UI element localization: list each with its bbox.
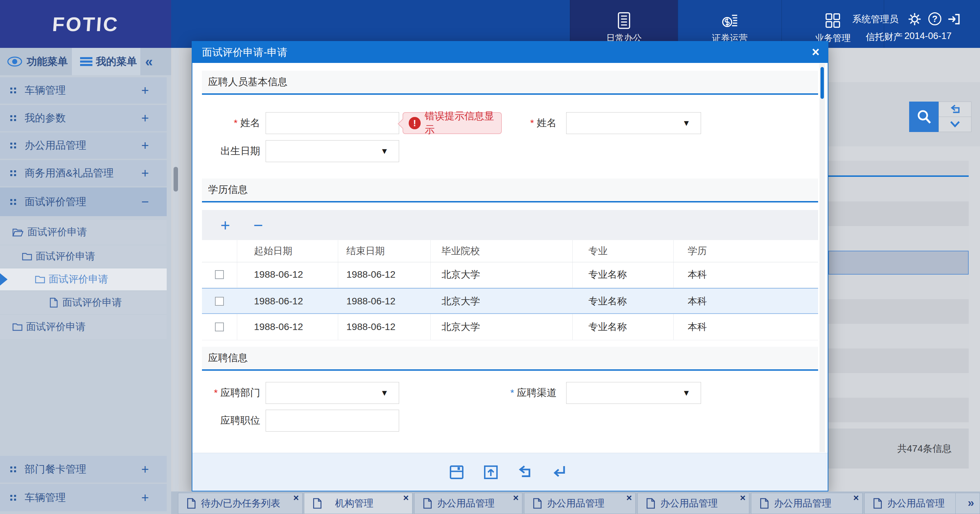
user-dept: 信托财产	[865, 31, 899, 43]
row-checkbox[interactable]	[215, 297, 224, 306]
tab-close-icon[interactable]: ×	[853, 492, 859, 503]
gear-icon	[908, 12, 921, 26]
tab-overflow-button[interactable]: »	[968, 496, 974, 509]
task-tab-todo-list[interactable]: 待办/已办任务列表 ×	[178, 493, 302, 514]
table-row-highlighted[interactable]: 1988-06-12 1988-06-12 北京大学 专业名称 本科	[202, 288, 818, 314]
education-table: 起始日期 结束日期 毕业院校 专业 学历 1988-06-12 1988-06-…	[202, 240, 818, 340]
sidebar-scrollbar-thumb[interactable]	[173, 167, 178, 192]
submit-button[interactable]	[483, 465, 498, 480]
field-label-apply-position: 应聘职位	[206, 410, 260, 432]
expand-plus-icon[interactable]: +	[142, 462, 149, 477]
table-row[interactable]: 1988-06-12 1988-06-12 北京大学 专业名称 本科	[202, 262, 818, 288]
undo-button[interactable]	[517, 465, 532, 480]
expand-plus-icon[interactable]: +	[142, 138, 149, 153]
birthdate-select[interactable]: ▼	[266, 140, 399, 162]
col-school: 毕业院校	[442, 240, 480, 262]
task-tab-office-supplies-3[interactable]: 办公用品管理 ×	[637, 493, 749, 514]
tree-item-interview-eval-request-4[interactable]: 面试评价申请	[0, 291, 167, 314]
add-row-button[interactable]: +	[214, 210, 236, 240]
tree-item-interview-eval-request-5[interactable]: 面试评价申请	[0, 315, 167, 339]
modal-footer	[192, 453, 828, 491]
col-degree: 学历	[688, 240, 707, 262]
nav-securities-ops[interactable]: 证券运营	[678, 0, 781, 48]
file-icon	[49, 298, 58, 308]
table-row[interactable]: 1988-06-12 1988-06-12 北京大学 专业名称 本科	[202, 314, 818, 340]
apply-channel-select[interactable]: ▼	[566, 382, 701, 404]
sidebar-item-interview-eval-mgmt[interactable]: 面试评价管理 −	[0, 187, 167, 216]
tab-close-icon[interactable]: ×	[513, 492, 519, 503]
sidebar-item-dept-meal-card[interactable]: 部门餐卡管理 +	[0, 456, 167, 482]
sidebar-collapse-button[interactable]: «	[145, 53, 153, 70]
sidebar-item-office-supplies[interactable]: 办公用品管理 +	[0, 132, 167, 159]
tab-divider	[955, 493, 956, 514]
nav-daily-office[interactable]: 日常办公	[570, 0, 678, 48]
modal-scrollbar-thumb[interactable]	[821, 67, 824, 99]
app-header: FOTIC 日常办公 证券运营	[0, 0, 980, 48]
expand-plus-icon[interactable]: +	[142, 83, 149, 98]
tab-close-icon[interactable]: ×	[403, 492, 409, 503]
reset-button[interactable]	[939, 102, 971, 117]
tree-item-interview-eval-request-1[interactable]: 面试评价申请	[0, 220, 167, 244]
tab-close-icon[interactable]: ×	[627, 492, 632, 503]
sidebar: 功能菜单 我的菜单 « 车辆管理 + 我的参数 + 办	[0, 48, 171, 514]
search-button[interactable]	[909, 102, 939, 132]
eye-icon	[7, 56, 22, 67]
interview-eval-modal: 面试评价申请-申请 × 应聘人员基本信息 * 姓名 ! 错误提示信息显示 * 姓…	[192, 41, 828, 492]
enter-button[interactable]	[551, 465, 566, 480]
required-marker: *	[214, 387, 218, 398]
sidebar-scrollbar[interactable]	[173, 48, 179, 492]
help-button[interactable]: ?	[928, 12, 941, 25]
field-label-name1: * 姓名	[206, 112, 260, 134]
tree-item-interview-eval-request-3-selected[interactable]: 面试评价申请	[0, 268, 167, 290]
task-tab-office-supplies-2[interactable]: 办公用品管理 ×	[524, 493, 636, 514]
save-button[interactable]	[449, 465, 464, 480]
task-tab-office-supplies-4[interactable]: 办公用品管理 ×	[751, 493, 862, 514]
pagination-bar: 共474条信息	[828, 428, 969, 468]
background-page: 共474条信息	[828, 48, 980, 492]
tab-close-icon[interactable]: ×	[293, 492, 299, 503]
tree-item-interview-eval-request-2[interactable]: 面试评价申请	[0, 246, 167, 267]
col-start-date: 起始日期	[254, 240, 292, 262]
bg-table-row	[828, 324, 969, 349]
task-tab-org-mgmt[interactable]: 机构管理 ×	[304, 493, 412, 514]
education-grid-toolbar: + −	[202, 210, 818, 240]
remove-row-button[interactable]: −	[247, 210, 269, 240]
tab-my-menu-label: 我的菜单	[96, 55, 137, 69]
expand-plus-icon[interactable]: +	[142, 111, 149, 125]
tab-function-menu-label: 功能菜单	[27, 55, 68, 69]
logout-button[interactable]	[947, 12, 961, 27]
app-window: FOTIC 日常办公 证券运营	[0, 0, 980, 514]
bg-table-row	[828, 299, 969, 324]
settings-button[interactable]	[908, 12, 921, 27]
tab-function-menu[interactable]: 功能菜单	[0, 48, 72, 75]
task-tab-office-supplies-1[interactable]: 办公用品管理 ×	[414, 493, 522, 514]
row-checkbox[interactable]	[215, 270, 224, 279]
apply-position-input[interactable]	[266, 410, 399, 432]
error-text: 错误提示信息显示	[425, 109, 501, 137]
folder-icon	[12, 323, 22, 331]
modal-titlebar: 面试评价申请-申请 ×	[192, 42, 828, 63]
dropdown-caret-icon: ▼	[380, 146, 388, 156]
sidebar-item-my-params[interactable]: 我的参数 +	[0, 105, 167, 131]
apply-dept-select[interactable]: ▼	[266, 382, 399, 404]
selected-marker-triangle	[0, 273, 8, 286]
required-marker: *	[234, 117, 237, 128]
sidebar-item-vehicle-mgmt-2[interactable]: 车辆管理 +	[0, 484, 167, 511]
expand-filters-button[interactable]	[939, 117, 971, 132]
expand-plus-icon[interactable]: +	[142, 166, 149, 181]
tab-my-menu[interactable]: 我的菜单	[72, 48, 140, 75]
bg-table-row	[828, 226, 969, 251]
name2-select[interactable]: ▼	[566, 112, 701, 134]
expand-plus-icon[interactable]: +	[142, 490, 149, 505]
section-basic-info: 应聘人员基本信息	[202, 71, 818, 95]
sidebar-item-vehicle-mgmt[interactable]: 车辆管理 +	[0, 77, 167, 104]
row-checkbox[interactable]	[215, 322, 224, 332]
sidebar-item-business-wine-gifts[interactable]: 商务用酒&礼品管理 +	[0, 160, 167, 186]
collapse-minus-icon[interactable]: −	[142, 195, 149, 209]
modal-close-button[interactable]: ×	[812, 42, 819, 62]
user-role: 系统管理员	[850, 13, 899, 25]
modal-scrollbar[interactable]	[819, 63, 825, 452]
tab-close-icon[interactable]: ×	[740, 492, 746, 503]
name1-input[interactable]	[266, 112, 399, 134]
task-tab-office-supplies-5[interactable]: 办公用品管理 »	[864, 493, 980, 514]
